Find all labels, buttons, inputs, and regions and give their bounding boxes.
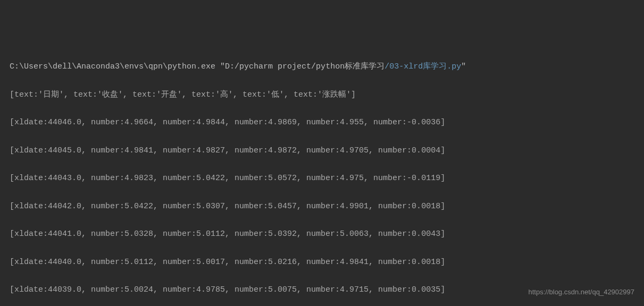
output-row: [xldate:44040.0, number:5.0112, number:5… <box>10 256 644 269</box>
script-file: /03-xlrd库学习.py <box>384 62 461 71</box>
script-arg-suffix: " <box>461 62 466 71</box>
command-line: C:\Users\dell\Anaconda3\envs\qpn\python.… <box>10 60 644 74</box>
output-row: [xldate:44042.0, number:5.0422, number:5… <box>10 200 644 214</box>
output-row: [xldate:44045.0, number:4.9841, number:4… <box>10 144 644 158</box>
watermark-url: https://blog.csdn.net/qq_42902997 <box>529 286 635 299</box>
output-row: [xldate:44043.0, number:4.9823, number:5… <box>10 172 644 185</box>
script-arg-prefix: "D:/pycharm project/python标准库学习 <box>220 62 384 71</box>
interpreter-path: C:\Users\dell\Anaconda3\envs\qpn\python.… <box>10 62 215 71</box>
output-header-row: [text:'日期', text:'收盘', text:'开盘', text:'… <box>10 88 644 102</box>
output-row: [xldate:44046.0, number:4.9664, number:4… <box>10 116 644 130</box>
output-row: [xldate:44041.0, number:5.0328, number:5… <box>10 227 644 241</box>
